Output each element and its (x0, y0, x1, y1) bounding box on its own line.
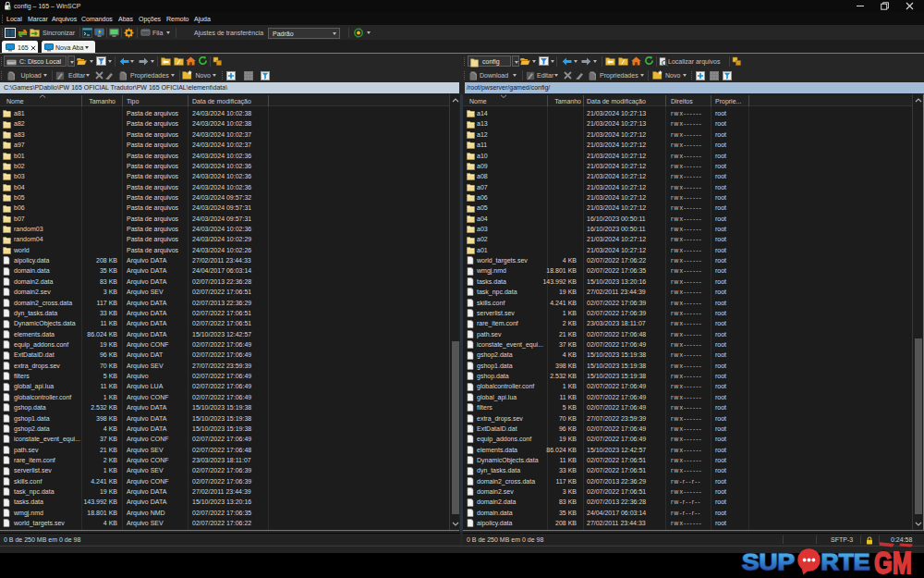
svg-text:RTE: RTE (821, 550, 870, 574)
svg-text:GM: GM (874, 545, 912, 578)
svg-text:SUP: SUP (742, 550, 795, 574)
